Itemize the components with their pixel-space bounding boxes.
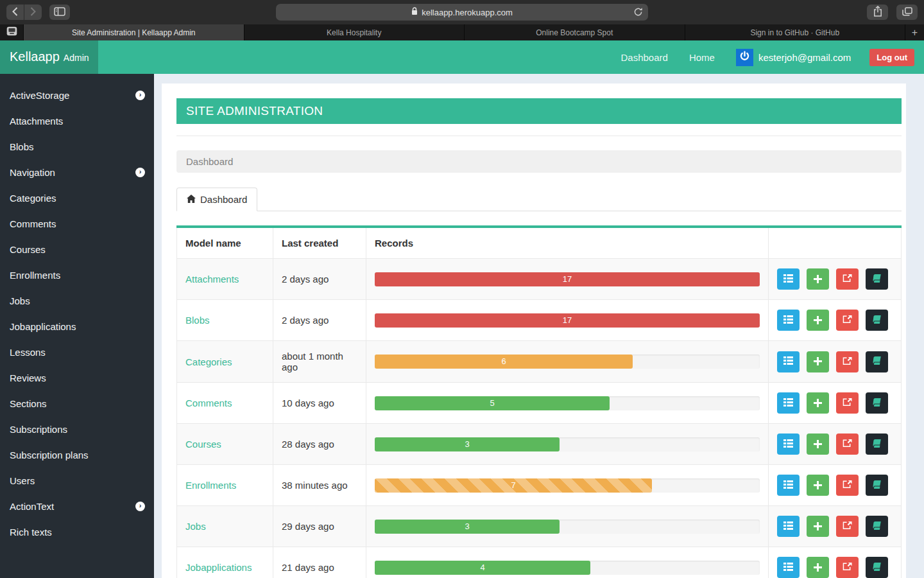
sidebar-item-actiontext[interactable]: ActionText › — [0, 493, 154, 519]
reload-button[interactable] — [633, 7, 643, 19]
browser-tab[interactable]: Site Administration | Kellaapp Admin — [23, 24, 244, 40]
sidebar-item-label: Attachments — [10, 116, 63, 127]
tab-title: Online Bootcamp Spot — [536, 28, 613, 37]
sidebar-item-navigation[interactable]: Navigation › — [0, 159, 154, 185]
add-record-button[interactable] — [807, 392, 829, 414]
export-records-button[interactable] — [836, 475, 859, 496]
sidebar-item-jobs[interactable]: Jobs › — [0, 288, 154, 313]
chevron-circle-right-icon: › — [135, 91, 145, 100]
export-records-button[interactable] — [836, 392, 859, 414]
model-link[interactable]: Categories — [185, 356, 232, 367]
sidebar-item-blobs[interactable]: Blobs › — [0, 134, 154, 159]
logout-button[interactable]: Log out — [869, 49, 914, 66]
sidebar-item-categories[interactable]: Categories › — [0, 185, 154, 211]
sidebar-item-attachments[interactable]: Attachments › — [0, 108, 154, 134]
model-link[interactable]: Blobs — [185, 315, 210, 326]
home-icon — [187, 194, 196, 205]
sidebar-item-label: Sections — [10, 398, 47, 409]
sidebar-item-subscription-plans[interactable]: Subscription plans › — [0, 442, 154, 468]
history-button[interactable] — [866, 516, 888, 537]
history-button[interactable] — [866, 434, 888, 455]
browser-toolbar: kellaapp.herokuapp.com — [0, 0, 924, 24]
model-link[interactable]: Jobapplications — [185, 562, 252, 573]
list-records-button[interactable] — [777, 351, 800, 372]
add-record-button[interactable] — [807, 351, 829, 372]
list-records-button[interactable] — [777, 475, 800, 496]
history-button[interactable] — [866, 392, 888, 414]
tab-strip: Site Administration | Kellaapp Admin Kel… — [0, 24, 924, 40]
share-button[interactable] — [867, 4, 888, 20]
list-records-button[interactable] — [777, 557, 800, 578]
user-email-link[interactable]: kesterjoh@gmail.com — [758, 52, 851, 63]
browser-forward-button[interactable] — [24, 4, 42, 20]
records-bar: 3 — [375, 437, 560, 451]
pinned-tab[interactable] — [0, 24, 23, 40]
model-link[interactable]: Enrollments — [185, 480, 236, 491]
content-card: SITE ADMINISTRATION Dashboard Dashboard … — [162, 83, 906, 578]
export-records-button[interactable] — [836, 516, 859, 537]
sidebar-item-jobapplications[interactable]: Jobapplications › — [0, 313, 154, 339]
tab-dashboard[interactable]: Dashboard — [176, 188, 257, 211]
plus-icon — [814, 520, 822, 534]
tab-overview-button[interactable] — [896, 4, 918, 20]
export-records-button[interactable] — [836, 434, 859, 455]
model-link[interactable]: Comments — [185, 398, 232, 408]
sidebar-item-rich-texts[interactable]: Rich texts › — [0, 519, 154, 545]
list-records-button[interactable] — [777, 310, 800, 331]
user-avatar[interactable] — [736, 49, 753, 66]
nav-link-home[interactable]: Home — [689, 52, 715, 63]
sidebar-item-activestorage[interactable]: ActiveStorage › — [0, 82, 154, 108]
history-button[interactable] — [866, 310, 888, 331]
history-button[interactable] — [866, 557, 888, 578]
new-tab-button[interactable]: + — [905, 24, 924, 40]
export-records-button[interactable] — [836, 557, 859, 578]
sidebar-item-reviews[interactable]: Reviews › — [0, 365, 154, 390]
list-records-button[interactable] — [777, 392, 800, 414]
models-table: Model name Last created Records Attachme… — [176, 225, 902, 578]
table-row: Jobapplications 21 days ago 4 — [177, 547, 902, 578]
browser-tab[interactable]: Sign in to GitHub · GitHub — [685, 24, 905, 40]
tab-title: Site Administration | Kellaapp Admin — [72, 28, 196, 37]
model-link[interactable]: Jobs — [185, 521, 206, 532]
add-record-button[interactable] — [807, 268, 829, 290]
browser-tab[interactable]: Online Bootcamp Spot — [464, 24, 685, 40]
model-link[interactable]: Courses — [185, 439, 221, 450]
add-record-button[interactable] — [807, 516, 829, 537]
sidebar-item-lessons[interactable]: Lessons › — [0, 339, 154, 365]
records-bar: 6 — [375, 355, 633, 369]
add-record-button[interactable] — [807, 310, 829, 331]
export-records-button[interactable] — [836, 351, 859, 372]
add-record-button[interactable] — [807, 475, 829, 496]
nav-link-dashboard[interactable]: Dashboard — [620, 52, 667, 63]
records-bar-track: 5 — [375, 396, 760, 410]
browser-sidebar-toggle-button[interactable] — [49, 4, 70, 20]
export-records-button[interactable] — [836, 268, 859, 290]
th-list-icon — [783, 480, 793, 491]
sidebar-item-label: Enrollments — [10, 270, 60, 281]
history-button[interactable] — [866, 475, 888, 496]
list-records-button[interactable] — [777, 434, 800, 455]
sidebar-item-users[interactable]: Users › — [0, 468, 154, 493]
sidebar-item-enrollments[interactable]: Enrollments › — [0, 262, 154, 288]
list-records-button[interactable] — [777, 268, 800, 290]
sidebar-item-comments[interactable]: Comments › — [0, 211, 154, 236]
plus-icon — [814, 272, 822, 286]
divider — [176, 136, 902, 136]
brand-logo[interactable]: Kellaapp Admin — [0, 40, 98, 74]
address-bar[interactable]: kellaapp.herokuapp.com — [276, 4, 648, 21]
browser-tab[interactable]: Kella Hospitality — [244, 24, 465, 40]
list-records-button[interactable] — [777, 516, 800, 537]
add-record-button[interactable] — [807, 434, 829, 455]
history-button[interactable] — [866, 268, 888, 290]
plus-icon — [814, 437, 822, 451]
sidebar-item-courses[interactable]: Courses › — [0, 236, 154, 262]
sidebar-item-sections[interactable]: Sections › — [0, 390, 154, 416]
export-records-button[interactable] — [836, 310, 859, 331]
history-button[interactable] — [866, 351, 888, 372]
sidebar-item-subscriptions[interactable]: Subscriptions › — [0, 416, 154, 442]
add-record-button[interactable] — [807, 557, 829, 578]
column-model-name: Model name — [177, 227, 273, 259]
th-list-icon — [783, 398, 793, 408]
model-link[interactable]: Attachments — [185, 274, 239, 285]
browser-back-button[interactable] — [6, 4, 24, 20]
